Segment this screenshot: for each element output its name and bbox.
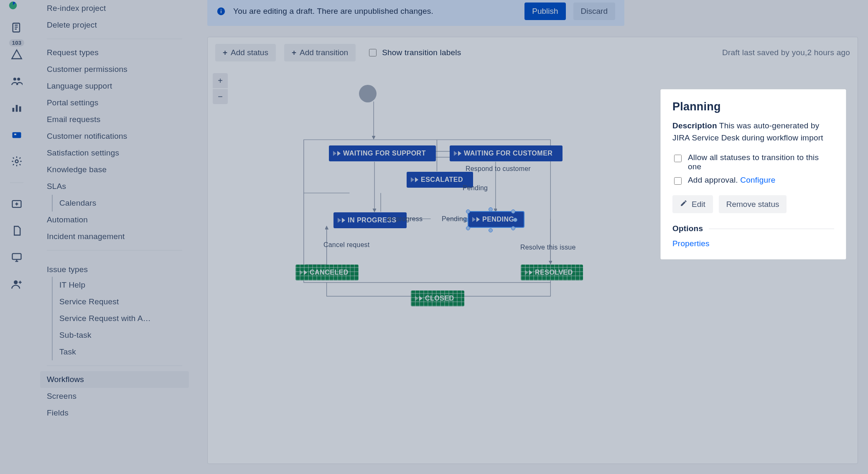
resize-handle[interactable]: [513, 218, 517, 222]
options-heading: Options: [672, 224, 834, 233]
sidebar-item-screens[interactable]: Screens: [40, 388, 189, 405]
status-escalated[interactable]: ESCALATED: [407, 172, 473, 188]
sidebar-item-reindex[interactable]: Re-index project: [40, 0, 189, 17]
sidebar-item-it-help[interactable]: IT Help: [40, 277, 189, 293]
sidebar-heading-issuetypes[interactable]: Issue types: [40, 256, 189, 277]
svg-rect-14: [221, 9, 221, 10]
zoom-out-button[interactable]: −: [213, 89, 228, 104]
detail-description: Description This was auto-generated by J…: [672, 120, 834, 144]
svg-rect-5: [19, 107, 21, 112]
allow-all-toggle[interactable]: Allow all statuses to transition to this…: [672, 153, 834, 171]
sidebar-item-fields[interactable]: Fields: [40, 405, 189, 421]
sidebar-item-request-types[interactable]: Request types: [40, 44, 189, 61]
properties-link[interactable]: Properties: [672, 239, 710, 248]
configure-link[interactable]: Configure: [740, 176, 775, 184]
show-labels-toggle[interactable]: Show transition labels: [367, 48, 461, 58]
sidebar-item-subtask[interactable]: Sub-task: [40, 327, 189, 344]
sidebar-item-workflows[interactable]: Workflows: [40, 371, 189, 388]
sidebar-divider: [47, 250, 182, 251]
resize-handle[interactable]: [464, 218, 468, 222]
nav-reports-icon[interactable]: [8, 99, 25, 116]
status-in-progress[interactable]: IN PROGRESS: [333, 212, 407, 228]
discard-button[interactable]: Discard: [573, 3, 615, 20]
project-settings-sidebar: Re-index project Delete project Request …: [33, 0, 197, 474]
status-canceled[interactable]: CANCELED: [295, 265, 359, 280]
transition-label-cancel: Cancel request: [323, 241, 369, 249]
sidebar-item-calendars[interactable]: Calendars: [40, 195, 189, 212]
info-icon: [216, 7, 226, 16]
add-transition-button[interactable]: +Add transition: [284, 44, 356, 61]
workflow-start-node[interactable]: [359, 85, 377, 102]
resize-handle[interactable]: [511, 209, 515, 214]
resize-handle[interactable]: [511, 226, 515, 230]
add-transition-label: Add transition: [300, 48, 348, 57]
product-logo-icon: [8, 1, 25, 9]
svg-rect-10: [13, 254, 21, 260]
zoom-in-button[interactable]: +: [213, 73, 228, 88]
svg-rect-3: [13, 108, 15, 112]
sidebar-item-notifications[interactable]: Customer notifications: [40, 128, 189, 145]
nav-invite-icon[interactable]: [8, 276, 25, 293]
edit-status-button[interactable]: Edit: [672, 195, 713, 213]
sidebar-item-slas[interactable]: SLAs: [40, 178, 189, 195]
draft-saved-info: Draft last saved by you,2 hours ago: [722, 48, 850, 57]
draft-prefix: Draft last saved by you,: [722, 48, 807, 57]
sidebar-item-kb[interactable]: Knowledge base: [40, 161, 189, 178]
draft-notice: You are editing a draft. There are unpub…: [207, 0, 624, 26]
alerts-badge: 103: [9, 39, 24, 46]
sidebar-item-email[interactable]: Email requests: [40, 111, 189, 128]
add-approval-label: Add approval.: [688, 176, 738, 184]
status-detail-panel: Planning Description This was auto-gener…: [660, 89, 846, 260]
transition-label-respond: Respond to customer: [466, 165, 531, 173]
svg-point-8: [15, 160, 18, 163]
sidebar-item-service-request[interactable]: Service Request: [40, 293, 189, 310]
nav-desktop-icon[interactable]: [8, 249, 25, 266]
sidebar-item-delete-project[interactable]: Delete project: [40, 17, 189, 33]
resize-handle[interactable]: [489, 207, 493, 212]
status-closed[interactable]: CLOSED: [411, 291, 464, 306]
status-waiting-for-customer[interactable]: WAITING FOR CUSTOMER: [450, 145, 563, 161]
add-approval-toggle[interactable]: Add approval. Configure: [672, 176, 834, 186]
nav-settings-icon[interactable]: [8, 153, 25, 170]
add-approval-checkbox[interactable]: [674, 177, 682, 185]
pencil-icon: [680, 199, 687, 209]
rail-divider: [10, 182, 23, 183]
nav-page-icon[interactable]: [8, 222, 25, 239]
svg-point-11: [14, 280, 18, 284]
sidebar-item-automation[interactable]: Automation: [40, 212, 189, 228]
svg-rect-4: [16, 105, 18, 112]
resize-handle[interactable]: [489, 228, 493, 232]
sidebar-item-language[interactable]: Language support: [40, 78, 189, 94]
publish-button[interactable]: Publish: [524, 3, 565, 20]
sidebar-item-satisfaction[interactable]: Satisfaction settings: [40, 145, 189, 161]
detail-title: Planning: [672, 100, 834, 113]
status-resolved[interactable]: RESOLVED: [521, 265, 583, 280]
show-labels-text: Show transition labels: [382, 48, 461, 57]
sidebar-item-service-request-approval[interactable]: Service Request with A…: [40, 310, 189, 327]
nav-alerts-icon[interactable]: 103: [8, 46, 25, 63]
nav-project-icon[interactable]: [8, 126, 25, 143]
edit-label: Edit: [692, 200, 705, 209]
add-status-button[interactable]: +Add status: [215, 44, 276, 61]
sidebar-item-task[interactable]: Task: [40, 344, 189, 360]
svg-rect-7: [14, 134, 16, 135]
transition-label-resolve: Resolve this issue: [520, 244, 576, 251]
draft-notice-text: You are editing a draft. There are unpub…: [233, 7, 517, 16]
workflow-toolbar: +Add status +Add transition Show transit…: [208, 37, 858, 68]
svg-point-1: [13, 78, 16, 81]
resize-handle[interactable]: [466, 226, 470, 230]
options-label: Options: [672, 224, 703, 233]
sidebar-divider: [47, 38, 182, 39]
resize-handle[interactable]: [466, 209, 470, 214]
nav-people-icon[interactable]: [8, 73, 25, 89]
remove-status-button[interactable]: Remove status: [719, 195, 787, 213]
sidebar-item-incident[interactable]: Incident management: [40, 228, 189, 245]
sidebar-item-portal[interactable]: Portal settings: [40, 94, 189, 111]
draft-time: 2 hours ago: [807, 48, 850, 57]
sidebar-item-customer-permissions[interactable]: Customer permissions: [40, 61, 189, 78]
allow-all-checkbox[interactable]: [674, 155, 682, 162]
status-waiting-for-support[interactable]: WAITING FOR SUPPORT: [329, 145, 436, 161]
nav-queues-icon[interactable]: [8, 19, 25, 36]
show-labels-checkbox[interactable]: [369, 49, 377, 56]
nav-add-item-icon[interactable]: [8, 196, 25, 212]
